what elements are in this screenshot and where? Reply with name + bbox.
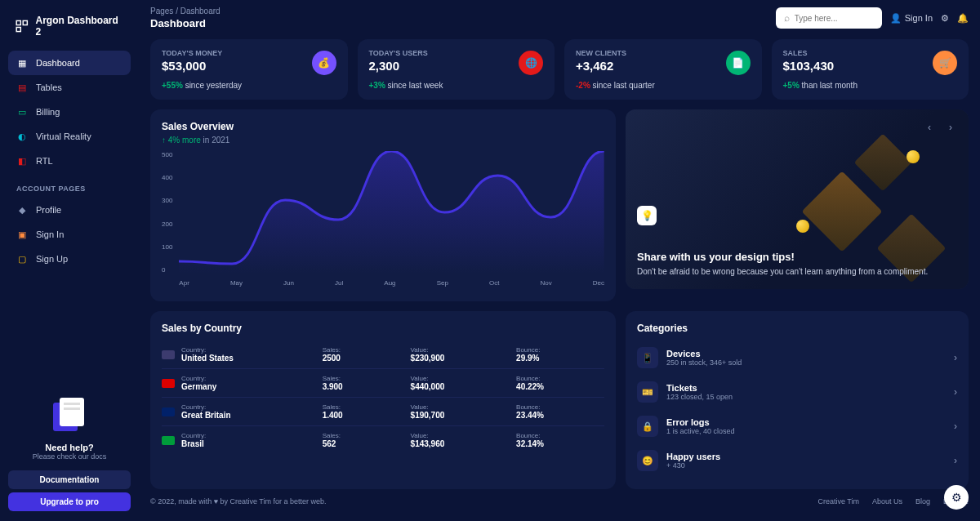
- footer-copyright: © 2022, made with ♥ by Creative Tim for …: [150, 497, 327, 505]
- chevron-right-icon: ›: [954, 386, 957, 398]
- sales-by-country-card: Sales by Country Country:United States S…: [150, 311, 616, 489]
- flag-icon: [162, 436, 175, 445]
- search-icon: ⌕: [784, 12, 790, 24]
- footer: © 2022, made with ♥ by Creative Tim for …: [150, 497, 969, 505]
- search-input[interactable]: [795, 14, 874, 23]
- categories-card: Categories 📱 Devices 250 in stock, 346+ …: [626, 311, 969, 489]
- doc-icon: 📄: [726, 51, 751, 75]
- category-item-3[interactable]: 😊 Happy users + 430 ›: [637, 443, 957, 478]
- stat-label: TODAY'S MONEY: [162, 49, 336, 57]
- nav-dashboard[interactable]: ▦Dashboard: [8, 51, 131, 75]
- category-item-1[interactable]: 🎫 Tickets 123 closed, 15 open ›: [637, 375, 957, 409]
- stat-value: $103,430: [783, 59, 958, 73]
- category-sub: 1 is active, 40 closed: [666, 427, 946, 435]
- footer-link[interactable]: Blog: [915, 497, 930, 505]
- stat-card-0: TODAY'S MONEY $53,000 +55% since yesterd…: [150, 39, 348, 100]
- help-docs-icon: [45, 394, 94, 435]
- overview-title: Sales Overview: [162, 121, 604, 132]
- svg-rect-4: [60, 398, 84, 426]
- category-sub: 123 closed, 15 open: [666, 393, 946, 401]
- home-icon: ▦: [16, 57, 28, 69]
- category-icon: 📱: [637, 347, 658, 368]
- vr-icon: ◐: [16, 131, 28, 142]
- category-title: Devices: [666, 349, 946, 358]
- stat-card-1: TODAY'S USERS 2,300 +3% since last week …: [358, 39, 555, 100]
- svg-rect-0: [16, 20, 20, 24]
- brand-logo[interactable]: Argon Dashboard 2: [8, 10, 131, 51]
- sidebar-help: Need help? Please check our docs Documen…: [8, 394, 131, 511]
- hero-desc: Don't be afraid to be wrong because you …: [637, 266, 957, 278]
- table-icon: ▤: [16, 82, 28, 93]
- stat-change: -2% since last quarter: [576, 81, 751, 90]
- topbar: Pages / Dashboard Dashboard ⌕ 👤Sign In ⚙…: [150, 7, 969, 29]
- breadcrumb: Pages / Dashboard: [150, 7, 220, 16]
- brand-name: Argon Dashboard 2: [36, 15, 124, 38]
- stats-row: TODAY'S MONEY $53,000 +55% since yesterd…: [150, 39, 969, 100]
- table-row: Country:Brasil Sales:562 Value:$143,960 …: [162, 426, 604, 454]
- category-sub: 250 in stock, 346+ sold: [666, 358, 946, 367]
- categories-title: Categories: [637, 323, 957, 334]
- overview-sub: ↑ 4% more in 2021: [162, 136, 604, 145]
- help-sub: Please check our docs: [8, 452, 131, 461]
- stat-label: SALES: [783, 49, 958, 57]
- settings-icon[interactable]: ⚙: [941, 13, 949, 24]
- money-icon: 💰: [312, 51, 336, 75]
- search-box[interactable]: ⌕: [776, 7, 882, 29]
- stat-value: $53,000: [162, 59, 336, 73]
- nav-signup[interactable]: ▢Sign Up: [8, 247, 131, 271]
- chevron-right-icon: ›: [954, 421, 957, 432]
- category-icon: 🎫: [637, 381, 658, 403]
- nav-tables[interactable]: ▤Tables: [8, 75, 131, 100]
- chevron-right-icon: ›: [954, 352, 957, 363]
- user-icon: 👤: [890, 13, 902, 24]
- hero-title: Share with us your design tips!: [637, 251, 957, 263]
- footer-link[interactable]: About Us: [872, 497, 902, 505]
- svg-rect-1: [23, 20, 27, 24]
- footer-link[interactable]: Creative Tim: [817, 497, 859, 505]
- category-item-2[interactable]: 🔒 Error logs 1 is active, 40 closed ›: [637, 409, 957, 443]
- svg-rect-2: [16, 27, 20, 31]
- stat-value: 2,300: [369, 59, 544, 73]
- nav-billing[interactable]: ▭Billing: [8, 100, 131, 124]
- lightbulb-icon: 💡: [637, 206, 657, 225]
- signup-icon: ▢: [16, 253, 28, 265]
- sales-chart: 5004003002001000 AprMayJunJulAugSepOctNo…: [162, 151, 604, 290]
- nav-profile[interactable]: ◆Profile: [8, 198, 131, 222]
- sidebar: Argon Dashboard 2 ▦Dashboard ▤Tables ▭Bi…: [0, 0, 139, 521]
- sales-overview-card: Sales Overview ↑ 4% more in 2021 5004003…: [150, 109, 616, 301]
- bell-icon[interactable]: 🔔: [957, 13, 969, 24]
- category-item-0[interactable]: 📱 Devices 250 in stock, 346+ sold ›: [637, 341, 957, 375]
- nav-section-account: ACCOUNT PAGES: [8, 173, 131, 198]
- nav-vr[interactable]: ◐Virtual Reality: [8, 124, 131, 149]
- stat-label: NEW CLIENTS: [576, 49, 751, 57]
- table-row: Country:United States Sales:2500 Value:$…: [162, 341, 604, 369]
- cart-icon: 🛒: [933, 51, 957, 75]
- sbc-title: Sales by Country: [162, 323, 604, 334]
- documentation-button[interactable]: Documentation: [8, 470, 131, 489]
- signin-icon: ▣: [16, 229, 28, 240]
- stat-change: +5% than last month: [783, 81, 958, 90]
- svg-rect-6: [64, 407, 80, 410]
- table-row: Country:Great Britain Sales:1.400 Value:…: [162, 398, 604, 426]
- profile-icon: ◆: [16, 204, 28, 216]
- nav-rtl[interactable]: ◧RTL: [8, 149, 131, 173]
- stat-label: TODAY'S USERS: [369, 49, 544, 57]
- category-title: Error logs: [666, 417, 946, 427]
- hero-prev-button[interactable]: ‹: [921, 119, 938, 136]
- upgrade-button[interactable]: Upgrade to pro: [8, 492, 131, 511]
- settings-fab[interactable]: ⚙: [944, 485, 969, 510]
- chevron-right-icon: ›: [954, 455, 957, 466]
- nav-account: ◆Profile ▣Sign In ▢Sign Up: [8, 198, 131, 271]
- category-sub: + 430: [666, 461, 946, 470]
- nav-signin[interactable]: ▣Sign In: [8, 222, 131, 247]
- signin-link[interactable]: 👤Sign In: [890, 13, 933, 24]
- logo-icon: [15, 19, 29, 33]
- main-content: Pages / Dashboard Dashboard ⌕ 👤Sign In ⚙…: [139, 0, 980, 521]
- category-title: Tickets: [666, 383, 946, 393]
- rtl-icon: ◧: [16, 155, 28, 167]
- category-icon: 😊: [637, 450, 658, 471]
- stat-change: +55% since yesterday: [162, 81, 336, 90]
- flag-icon: [162, 379, 175, 388]
- hero-card: ‹ › 💡 Share with us your design tips! Do…: [626, 109, 969, 289]
- hero-next-button[interactable]: ›: [942, 119, 959, 136]
